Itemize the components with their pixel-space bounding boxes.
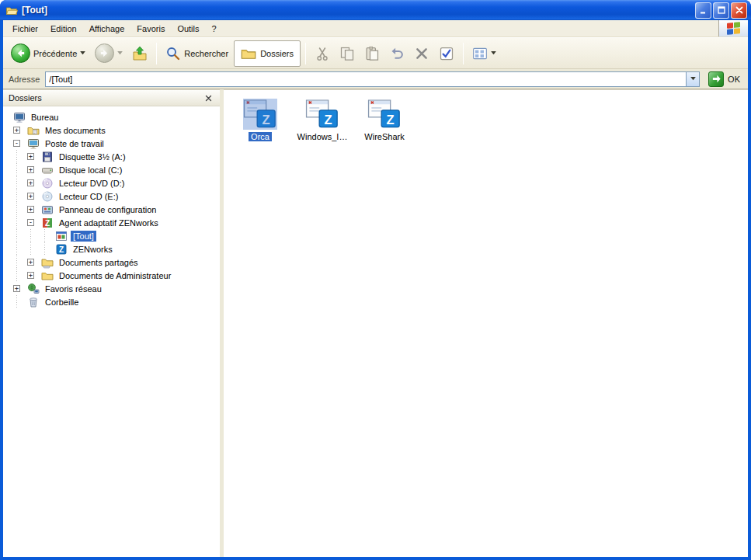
toolbar-separator bbox=[156, 43, 157, 64]
delete-icon bbox=[414, 46, 429, 61]
expand-icon[interactable]: + bbox=[13, 285, 20, 292]
forward-button[interactable] bbox=[91, 42, 127, 64]
menu-item-fichier[interactable]: Fichier bbox=[6, 22, 44, 36]
tree-item[interactable]: +Mes documents bbox=[3, 123, 220, 137]
file-item[interactable]: ZWireShark bbox=[354, 98, 415, 141]
undo-button[interactable] bbox=[385, 42, 409, 65]
expand-icon[interactable]: + bbox=[27, 272, 34, 279]
menu-item-edition[interactable]: Edition bbox=[44, 22, 83, 36]
tree-item[interactable]: +Documents de Administrateur bbox=[3, 269, 220, 282]
tree-item[interactable]: ZZENworks bbox=[3, 242, 220, 256]
up-icon bbox=[132, 46, 148, 61]
folders-button[interactable]: Dossiers bbox=[234, 40, 301, 67]
title-bar[interactable]: [Tout] bbox=[0, 0, 751, 20]
check-icon bbox=[439, 46, 454, 61]
collapse-icon[interactable]: - bbox=[27, 219, 34, 226]
expand-icon[interactable]: + bbox=[27, 206, 34, 213]
close-icon bbox=[735, 5, 744, 15]
indent-guide bbox=[41, 242, 55, 256]
expand-icon[interactable]: + bbox=[27, 259, 34, 266]
explorer-window: [Tout] FichierEditionAffichageFavorisOut… bbox=[0, 0, 751, 560]
forward-dropdown-icon[interactable] bbox=[117, 51, 123, 55]
file-item[interactable]: ZWindows_I… bbox=[292, 98, 353, 141]
up-button[interactable] bbox=[128, 42, 151, 65]
expand-icon[interactable]: + bbox=[13, 127, 20, 134]
zen-agent-icon: Z bbox=[41, 217, 54, 229]
tree-item[interactable]: +Lecteur CD (E:) bbox=[3, 190, 220, 203]
harddisk-icon bbox=[41, 164, 54, 176]
tree-item[interactable]: [Tout] bbox=[3, 229, 220, 242]
open-folder-icon bbox=[5, 4, 19, 16]
menu-bar: FichierEditionAffichageFavorisOutils? bbox=[3, 20, 748, 37]
minimize-button[interactable] bbox=[695, 2, 711, 19]
cut-button[interactable] bbox=[311, 42, 334, 65]
file-list: ZOrcaZWindows_I…ZWireShark bbox=[224, 90, 748, 149]
tree-item[interactable]: -Poste de travail bbox=[3, 137, 220, 150]
maximize-button[interactable] bbox=[713, 2, 729, 19]
menu-item-affichage[interactable]: Affichage bbox=[83, 22, 131, 36]
paste-button[interactable] bbox=[360, 42, 384, 65]
app-body: FichierEditionAffichageFavorisOutils? Pr… bbox=[3, 20, 748, 557]
minimize-icon bbox=[699, 5, 708, 15]
indent-guide bbox=[13, 242, 27, 256]
delete-button[interactable] bbox=[410, 42, 433, 65]
tree-item[interactable]: Corbeille bbox=[3, 295, 220, 308]
close-icon bbox=[205, 95, 212, 102]
views-button[interactable] bbox=[468, 44, 500, 63]
menu-item-favoris[interactable]: Favoris bbox=[130, 22, 171, 36]
copy-button[interactable] bbox=[336, 42, 359, 65]
floppy-icon bbox=[41, 151, 54, 163]
file-item-label: WireShark bbox=[362, 132, 406, 141]
indent-guide bbox=[13, 256, 27, 269]
expand-icon[interactable]: + bbox=[27, 166, 34, 173]
back-dropdown-icon[interactable] bbox=[80, 51, 85, 55]
search-label: Rechercher bbox=[184, 49, 228, 58]
tree-item[interactable]: +Panneau de configuration bbox=[3, 203, 220, 216]
expand-icon[interactable]: + bbox=[27, 193, 34, 200]
expand-icon[interactable]: + bbox=[27, 153, 34, 160]
tout-icon bbox=[55, 230, 68, 242]
menu-item-?[interactable]: ? bbox=[206, 22, 223, 36]
validate-button[interactable] bbox=[435, 42, 458, 65]
tree-item[interactable]: +Lecteur DVD (D:) bbox=[3, 176, 220, 190]
tree-item[interactable]: +Disquette 3½ (A:) bbox=[3, 150, 220, 163]
windows-logo bbox=[718, 20, 748, 37]
views-dropdown-icon[interactable] bbox=[491, 51, 496, 55]
collapse-icon[interactable]: - bbox=[13, 140, 20, 147]
menu-item-outils[interactable]: Outils bbox=[171, 22, 205, 36]
tree-item-label: Disquette 3½ (A:) bbox=[57, 151, 128, 162]
go-button[interactable] bbox=[708, 71, 724, 87]
tree-item[interactable]: +Disque local (C:) bbox=[3, 163, 220, 176]
cd-icon bbox=[41, 190, 54, 203]
tree-item-label: Bureau bbox=[29, 112, 61, 123]
address-dropdown-icon bbox=[690, 77, 696, 81]
tree-item[interactable]: +Documents partagés bbox=[3, 256, 220, 269]
desktop-icon bbox=[13, 111, 26, 123]
content-pane[interactable]: ZOrcaZWindows_I…ZWireShark bbox=[224, 89, 748, 557]
tree-item[interactable]: +Favoris réseau bbox=[3, 282, 220, 295]
back-button[interactable]: Précédente bbox=[7, 42, 89, 64]
file-item[interactable]: ZOrca bbox=[230, 98, 290, 141]
explorer-bar-header: Dossiers bbox=[3, 90, 220, 106]
expand-icon[interactable]: + bbox=[27, 179, 34, 186]
address-input[interactable] bbox=[46, 72, 686, 86]
close-button[interactable] bbox=[731, 2, 747, 19]
tree-item-label: Lecteur DVD (D:) bbox=[57, 178, 127, 189]
search-button[interactable]: Rechercher bbox=[162, 44, 232, 63]
folders-label: Dossiers bbox=[260, 49, 294, 58]
folder-icon bbox=[41, 270, 54, 282]
recycle-icon bbox=[27, 296, 40, 308]
installer-app-icon: Z bbox=[367, 98, 402, 130]
network-icon bbox=[27, 283, 40, 295]
indent-guide bbox=[41, 229, 55, 242]
tree-item-label: ZENworks bbox=[71, 244, 115, 255]
computer-icon bbox=[27, 137, 40, 150]
tree-item-label: Corbeille bbox=[43, 297, 81, 308]
close-explorer-bar-button[interactable] bbox=[202, 92, 214, 104]
tree-item-label: Lecteur CD (E:) bbox=[57, 191, 120, 202]
tree-item[interactable]: Bureau bbox=[3, 110, 220, 123]
tree-item[interactable]: -ZAgent adaptatif ZENworks bbox=[3, 216, 220, 229]
cut-icon bbox=[315, 46, 330, 61]
address-dropdown-button[interactable] bbox=[686, 72, 699, 86]
forward-icon bbox=[95, 43, 114, 63]
